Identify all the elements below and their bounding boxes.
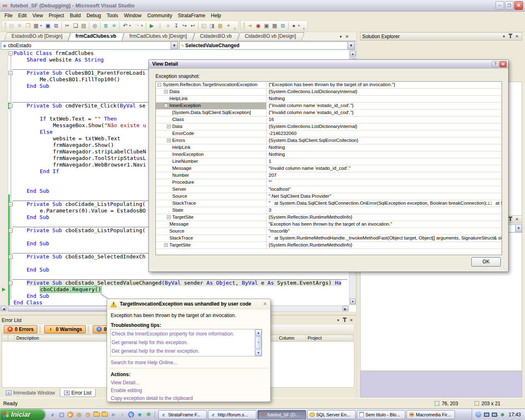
expand-icon[interactable]: + <box>167 139 171 142</box>
start-debug-icon[interactable]: ▶ <box>148 22 156 30</box>
pin-icon[interactable] <box>510 218 511 221</box>
exception-property-row[interactable]: HelpLinkNothing <box>156 96 502 103</box>
active-files-dropdown-icon[interactable]: ▾ <box>340 34 342 39</box>
expand-icon[interactable]: + <box>167 215 171 219</box>
search-help-online-link[interactable]: Search for more Help Online... <box>111 360 177 365</box>
collapse-icon[interactable]: − <box>164 104 168 107</box>
menu-help[interactable]: Help <box>208 12 224 19</box>
menu-community[interactable]: Community <box>144 12 175 19</box>
open-file-icon[interactable]: ❐ <box>24 22 32 30</box>
breakpoint-icon[interactable]: ● <box>290 22 298 30</box>
menu-strataframe[interactable]: StrataFrame <box>175 12 208 19</box>
uncomment-lines-icon[interactable]: ≡ <box>110 22 118 30</box>
find-icon[interactable]: ◎ <box>91 22 99 30</box>
exception-property-row[interactable]: +Data{System.Collections.ListDictionaryI… <box>156 123 502 130</box>
options-wrench-icon[interactable]: ✦ <box>224 22 233 30</box>
comment-lines-icon[interactable]: ≣ <box>102 22 110 30</box>
taskbar-button-macromedia-fir[interactable]: fwMacromedia Fir... <box>406 410 455 419</box>
scroll-down-icon[interactable]: ▼ <box>255 349 262 356</box>
menu-window[interactable]: Window <box>121 12 144 19</box>
menu-view[interactable]: View <box>30 12 46 19</box>
expand-icon[interactable]: + <box>167 125 171 128</box>
scroll-left-icon[interactable]: ◀ <box>1 306 7 311</box>
internet-explorer-icon[interactable]: e <box>49 411 56 418</box>
exception-property-row[interactable]: Server"localhost" <box>156 186 502 193</box>
new-text-file-icon[interactable]: ▤ <box>7 22 16 30</box>
close-icon[interactable]: ✕ <box>514 217 520 222</box>
fold-collapse-icon[interactable]: − <box>9 104 13 108</box>
restore-button[interactable]: ❐ <box>505 1 514 10</box>
paste-icon[interactable]: ▤ <box>80 22 88 30</box>
exception-property-row[interactable]: Class16 <box>156 116 502 123</box>
document-tab-estadosbo-vb-design-[interactable]: EstadosBO.vb [Design] <box>4 32 68 41</box>
exception-property-row[interactable]: State3 <box>156 207 502 214</box>
fold-collapse-icon[interactable]: − <box>9 71 13 75</box>
activity-status-icon[interactable] <box>492 413 497 417</box>
fold-collapse-icon[interactable]: − <box>9 281 13 285</box>
tip-link[interactable]: Get general help for this exception. <box>112 340 259 345</box>
step-into-icon[interactable]: ↧ <box>172 22 180 30</box>
column-header-column[interactable]: Column <box>277 335 306 342</box>
redo-icon-dropdown[interactable]: ▾ <box>141 24 145 27</box>
column-header-project[interactable]: Project <box>306 335 354 342</box>
toolbar-overflow-icon[interactable]: ▿ <box>303 27 305 31</box>
exception-property-row[interactable]: +TargetSite{System.Reflection.RuntimeMet… <box>156 214 502 221</box>
close-icon[interactable]: ✕ <box>263 301 267 307</box>
document-tab-frmcadclubes-vb-design-[interactable]: frmCadClubes.vb [Design] <box>122 32 192 41</box>
show-next-statement-icon[interactable]: ➔ <box>246 22 254 30</box>
close-icon[interactable]: ✕ <box>500 61 507 67</box>
taskbar-button-sem-t-tulo-blo[interactable]: Sem título - Blo... <box>357 410 405 419</box>
breakpoint-icon-dropdown[interactable]: ▾ <box>298 24 302 27</box>
exception-property-row[interactable]: −InnerException{"Invalid column name 'es… <box>156 103 502 110</box>
expand-icon[interactable]: + <box>164 90 168 94</box>
exception-property-row[interactable]: StackTrace" at System.RuntimeMethodHandl… <box>156 235 502 242</box>
exception-property-row[interactable]: [System.Data.SqlClient.SqlException]{"In… <box>156 110 502 116</box>
exception-property-row[interactable]: +Errors{System.Data.SqlClient.SqlErrorCo… <box>156 137 502 144</box>
pause-icon[interactable]: ∥ <box>156 22 164 30</box>
exception-property-row[interactable]: ErrorCode-2146232060 <box>156 130 502 137</box>
step-out-icon[interactable]: ↩ <box>189 22 197 30</box>
exception-property-row[interactable]: Message"Exception has been thrown by the… <box>156 221 502 228</box>
toolbar-grip-handle[interactable] <box>5 23 6 29</box>
menu-file[interactable]: File <box>2 12 15 19</box>
solution-explorer-icon[interactable]: ◱ <box>200 22 208 30</box>
save-all-icon[interactable]: ⧉ <box>52 22 60 30</box>
document-tab-cidadesbo-vb[interactable]: CidadesBO.vb <box>192 32 237 41</box>
exception-property-row[interactable]: Procedure"" <box>156 179 502 186</box>
document-tab-frmcadclubes-vb[interactable]: frmCadClubes.vb <box>68 32 122 41</box>
exception-property-row[interactable]: InnerExceptionNothing <box>156 151 502 158</box>
exception-property-row[interactable]: Source".Net SqlClient Data Provider" <box>156 193 502 200</box>
chevron-down-icon[interactable]: ▼ <box>347 42 354 49</box>
close-button[interactable]: ✕ <box>514 1 523 10</box>
scroll-down-icon[interactable]: ▼ <box>350 299 356 304</box>
network-status-icon[interactable] <box>484 413 489 417</box>
dialog-title-bar[interactable]: View Detail ? ✕ <box>149 60 508 68</box>
close-icon[interactable]: ✕ <box>514 34 520 39</box>
save-icon[interactable]: ▣ <box>44 22 52 30</box>
menu-project[interactable]: Project <box>46 12 67 19</box>
folder-icon[interactable] <box>94 412 100 417</box>
scroll-thumb[interactable]: ≡ <box>255 336 262 349</box>
msn-icon[interactable]: ❋ <box>145 411 152 418</box>
ok-button[interactable]: OK <box>471 257 501 267</box>
memory-window-icon[interactable]: ▦ <box>271 22 279 30</box>
redo-icon[interactable]: ↷ <box>133 22 141 30</box>
messenger-icon[interactable]: ☻ <box>136 411 143 418</box>
taskbar-button-sql-server-en[interactable]: SQL Server En... <box>307 410 356 419</box>
tray-collapse-icon[interactable]: ‹ <box>475 411 482 418</box>
exception-property-grid[interactable]: −System.Reflection.TargetInvocationExcep… <box>155 81 502 255</box>
immediate-window-icon[interactable]: ▣ <box>262 22 271 30</box>
undo-icon[interactable]: ↶ <box>121 22 129 30</box>
toolbar-overflow-icon[interactable]: ▿ <box>234 27 236 31</box>
action-link-copy-exception-detail-to-the-clipboard[interactable]: Copy exception detail to the clipboard <box>111 395 193 401</box>
object-combobox[interactable]: ◈ cboEstado ▼ <box>1 41 178 50</box>
scheduler-icon[interactable]: ◷ <box>84 411 91 418</box>
pin-icon[interactable] <box>510 35 511 38</box>
quicktime-icon[interactable]: Q <box>128 411 134 418</box>
tip-link[interactable]: Check the InnerException property for mo… <box>112 331 259 337</box>
toolbar-grip-handle[interactable] <box>243 23 245 29</box>
close-icon[interactable]: ✕ <box>348 317 354 323</box>
menu-edit[interactable]: Edit <box>15 12 30 19</box>
taskbar-button-strataframe-f[interactable]: eStrataFrame F... <box>158 410 207 419</box>
scroll-right-icon[interactable]: ▶ <box>342 306 348 311</box>
